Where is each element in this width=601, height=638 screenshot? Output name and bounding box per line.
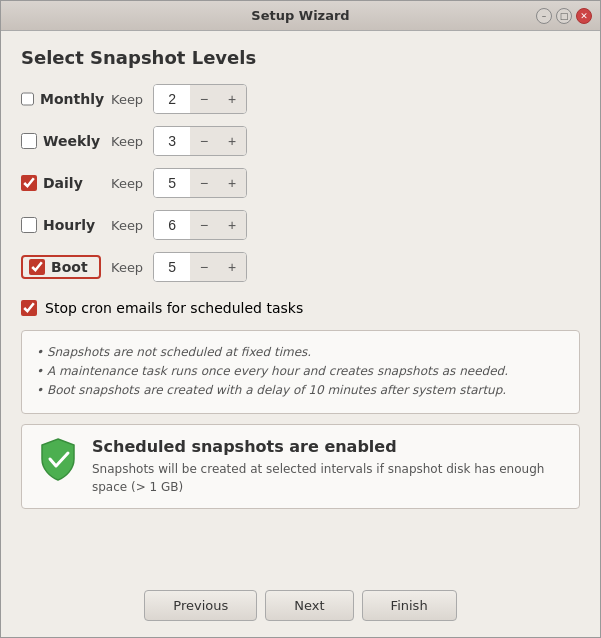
daily-text: Daily [43,175,83,191]
monthly-checkbox[interactable] [21,91,34,107]
hourly-decrement-button[interactable]: − [190,211,218,239]
wizard-window: Setup Wizard – □ ✕ Select Snapshot Level… [0,0,601,638]
snapshot-row-daily: Daily Keep 5 − + [21,168,580,198]
weekly-spinner-value: 3 [154,127,190,155]
daily-label[interactable]: Daily [21,175,101,191]
hourly-text: Hourly [43,217,95,233]
status-title: Scheduled snapshots are enabled [92,437,565,456]
boot-spinner: 5 − + [153,252,247,282]
close-button[interactable]: ✕ [576,8,592,24]
hourly-keep-label: Keep [111,218,143,233]
hourly-label[interactable]: Hourly [21,217,101,233]
previous-button[interactable]: Previous [144,590,257,621]
snapshot-row-weekly: Weekly Keep 3 − + [21,126,580,156]
daily-keep-label: Keep [111,176,143,191]
hourly-spinner-value: 6 [154,211,190,239]
monthly-decrement-button[interactable]: − [190,85,218,113]
cron-label: Stop cron emails for scheduled tasks [45,300,303,316]
next-button[interactable]: Next [265,590,353,621]
boot-decrement-button[interactable]: − [190,253,218,281]
daily-checkbox[interactable] [21,175,37,191]
minimize-button[interactable]: – [536,8,552,24]
monthly-text: Monthly [40,91,104,107]
snapshot-row-hourly: Hourly Keep 6 − + [21,210,580,240]
monthly-keep-label: Keep [111,92,143,107]
status-description: Snapshots will be created at selected in… [92,460,565,496]
daily-decrement-button[interactable]: − [190,169,218,197]
status-box: Scheduled snapshots are enabled Snapshot… [21,424,580,509]
titlebar: Setup Wizard – □ ✕ [1,1,600,31]
window-title: Setup Wizard [251,8,349,23]
page-title: Select Snapshot Levels [21,47,580,68]
status-icon [36,437,80,481]
footer: Previous Next Finish [1,578,600,637]
boot-increment-button[interactable]: + [218,253,246,281]
boot-keep-label: Keep [111,260,143,275]
info-line-3: • Boot snapshots are created with a dela… [36,381,565,400]
cron-checkbox[interactable] [21,300,37,316]
weekly-checkbox[interactable] [21,133,37,149]
weekly-text: Weekly [43,133,100,149]
info-line-1: • Snapshots are not scheduled at fixed t… [36,343,565,362]
monthly-spinner: 2 − + [153,84,247,114]
weekly-label[interactable]: Weekly [21,133,101,149]
hourly-checkbox[interactable] [21,217,37,233]
monthly-increment-button[interactable]: + [218,85,246,113]
boot-checkbox[interactable] [29,259,45,275]
snapshot-row-monthly: Monthly Keep 2 − + [21,84,580,114]
main-content: Select Snapshot Levels Monthly Keep 2 − … [1,31,600,578]
daily-spinner: 5 − + [153,168,247,198]
boot-spinner-value: 5 [154,253,190,281]
hourly-increment-button[interactable]: + [218,211,246,239]
finish-button[interactable]: Finish [362,590,457,621]
weekly-increment-button[interactable]: + [218,127,246,155]
cron-row: Stop cron emails for scheduled tasks [21,300,580,316]
weekly-keep-label: Keep [111,134,143,149]
window-controls: – □ ✕ [536,8,592,24]
monthly-label[interactable]: Monthly [21,91,101,107]
info-line-2: • A maintenance task runs once every hou… [36,362,565,381]
snapshot-row-boot: Boot Keep 5 − + [21,252,580,282]
weekly-decrement-button[interactable]: − [190,127,218,155]
weekly-spinner: 3 − + [153,126,247,156]
daily-increment-button[interactable]: + [218,169,246,197]
status-text-block: Scheduled snapshots are enabled Snapshot… [92,437,565,496]
boot-label[interactable]: Boot [21,255,101,279]
monthly-spinner-value: 2 [154,85,190,113]
maximize-button[interactable]: □ [556,8,572,24]
hourly-spinner: 6 − + [153,210,247,240]
info-box: • Snapshots are not scheduled at fixed t… [21,330,580,414]
boot-text: Boot [51,259,88,275]
daily-spinner-value: 5 [154,169,190,197]
